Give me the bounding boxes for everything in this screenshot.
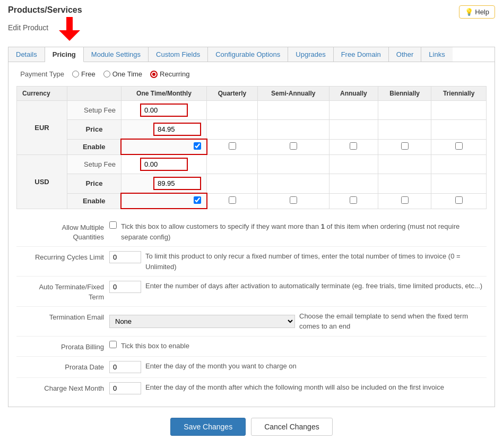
payment-type-options: Free One Time Recurring (72, 70, 189, 78)
termination-email-desc: Choose the email template to send when t… (299, 311, 484, 332)
radio-one-time-input[interactable] (103, 71, 110, 77)
tab-custom-fields[interactable]: Custom Fields (149, 47, 208, 62)
prorata-billing-desc: Tick this box to enable (121, 341, 484, 351)
eur-enable-t-checkbox[interactable] (455, 142, 463, 150)
usd-price-input[interactable] (153, 177, 201, 190)
eur-setup-fee-cell (121, 101, 206, 120)
eur-enable-a (329, 139, 378, 154)
usd-setup-fee-a (329, 154, 378, 174)
eur-setup-fee-t (431, 101, 487, 120)
usd-setup-fee-input[interactable] (140, 158, 188, 171)
page-subtitle: Edit Product (8, 23, 48, 32)
termination-email-label: Termination Email (19, 311, 104, 322)
eur-price-row: Price (17, 120, 487, 140)
termination-email-select[interactable]: None (109, 315, 295, 328)
eur-setup-fee-sa (257, 101, 329, 120)
eur-enable-a-checkbox[interactable] (350, 142, 357, 150)
usd-enable-sa-checkbox[interactable] (290, 196, 297, 204)
usd-enable-q (207, 193, 258, 209)
payment-type-row: Payment Type Free One Time Recurring (16, 70, 487, 78)
eur-enable-t (431, 139, 487, 154)
prorata-billing-checkbox[interactable] (109, 341, 117, 348)
radio-recurring[interactable]: Recurring (150, 70, 189, 78)
eur-enable-label: Enable (67, 139, 122, 154)
eur-price-cell (121, 120, 206, 140)
eur-enable-sa-checkbox[interactable] (290, 142, 297, 150)
termination-email-content: None Choose the email template to send w… (109, 311, 484, 332)
termination-email-row: Termination Email None Choose the email … (16, 307, 487, 337)
col-quarterly: Quarterly (207, 87, 258, 101)
radio-recurring-label: Recurring (160, 70, 189, 78)
usd-enable-label: Enable (67, 193, 122, 209)
usd-enable-b-checkbox[interactable] (401, 196, 409, 204)
tab-configurable-options[interactable]: Configurable Options (208, 47, 288, 62)
charge-next-month-input[interactable] (109, 382, 141, 394)
eur-enable-b-checkbox[interactable] (401, 142, 409, 150)
tab-free-domain[interactable]: Free Domain (334, 47, 389, 62)
eur-price-sa (257, 120, 329, 140)
radio-recurring-icon (150, 71, 158, 78)
tab-other[interactable]: Other (389, 47, 422, 62)
radio-one-time[interactable]: One Time (103, 70, 142, 78)
prorata-date-label: Prorata Date (19, 361, 104, 372)
save-button[interactable]: Save Changes (170, 418, 246, 436)
eur-price-q (207, 120, 258, 140)
eur-enable-q-checkbox[interactable] (229, 142, 236, 150)
usd-enable-a-checkbox[interactable] (350, 196, 357, 204)
eur-setup-fee-q (207, 101, 258, 120)
eur-price-input[interactable] (153, 123, 201, 136)
eur-price-b (378, 120, 431, 140)
eur-setup-fee-input[interactable] (140, 104, 188, 117)
tab-module-settings[interactable]: Module Settings (84, 47, 149, 62)
tab-details[interactable]: Details (8, 47, 45, 62)
help-button[interactable]: 💡 Help (459, 5, 495, 19)
svg-marker-1 (59, 30, 80, 41)
radio-free-label: Free (81, 70, 96, 78)
usd-enable-t-checkbox[interactable] (455, 196, 463, 204)
recurring-cycles-input[interactable] (109, 251, 141, 263)
prorata-billing-label: Prorata Billing (19, 341, 104, 352)
usd-price-cell (121, 174, 206, 194)
charge-next-month-content: Enter the day of the month after which t… (109, 382, 484, 394)
col-currency: Currency (17, 87, 67, 101)
auto-terminate-label: Auto Terminate/FixedTerm (19, 281, 104, 301)
prorata-date-input[interactable] (109, 361, 141, 373)
pricing-table: Currency One Time/Monthly Quarterly Semi… (16, 86, 487, 209)
radio-free[interactable]: Free (72, 70, 96, 78)
eur-setup-fee-a (329, 101, 378, 120)
tab-links[interactable]: Links (421, 47, 452, 62)
allow-multiple-desc: Tick this box to allow customers to spec… (121, 221, 484, 242)
col-empty (67, 87, 122, 101)
usd-enable-q-checkbox[interactable] (229, 196, 236, 204)
allow-multiple-label: Allow MultipleQuantities (19, 221, 104, 242)
eur-price-t (431, 120, 487, 140)
tab-pricing[interactable]: Pricing (45, 47, 84, 62)
cancel-button[interactable]: Cancel Changes (251, 418, 333, 436)
tab-upgrades[interactable]: Upgrades (288, 47, 333, 62)
usd-setup-fee-cell (121, 154, 206, 174)
recurring-cycles-desc: To limit this product to only recur a fi… (145, 251, 484, 272)
recurring-cycles-row: Recurring Cycles Limit To limit this pro… (16, 247, 487, 277)
charge-next-month-row: Charge Next Month Enter the day of the m… (16, 378, 487, 399)
col-one-time-monthly: One Time/Monthly (121, 87, 206, 101)
footer-buttons: Save Changes Cancel Changes (8, 418, 495, 441)
auto-terminate-desc: Enter the number of days after activatio… (145, 281, 484, 291)
prorata-date-row: Prorata Date Enter the day of the month … (16, 357, 487, 378)
eur-setup-fee-label: Setup Fee (67, 101, 122, 120)
usd-price-row: Price (17, 174, 487, 194)
usd-enable-t (431, 193, 487, 209)
usd-setup-fee-q (207, 154, 258, 174)
eur-enable-monthly-checkbox[interactable] (194, 142, 201, 150)
allow-multiple-checkbox[interactable] (109, 221, 117, 229)
usd-enable-monthly-checkbox[interactable] (194, 196, 201, 204)
radio-free-input[interactable] (72, 71, 79, 77)
page-title: Products/Services (8, 5, 495, 15)
col-semi-annually: Semi-Annually (257, 87, 329, 101)
usd-setup-fee-label: Setup Fee (67, 154, 122, 174)
usd-price-b (378, 174, 431, 194)
auto-terminate-input[interactable] (109, 281, 141, 293)
eur-enable-sa (257, 139, 329, 154)
usd-enable-b (378, 193, 431, 209)
eur-enable-b (378, 139, 431, 154)
eur-price-a (329, 120, 378, 140)
